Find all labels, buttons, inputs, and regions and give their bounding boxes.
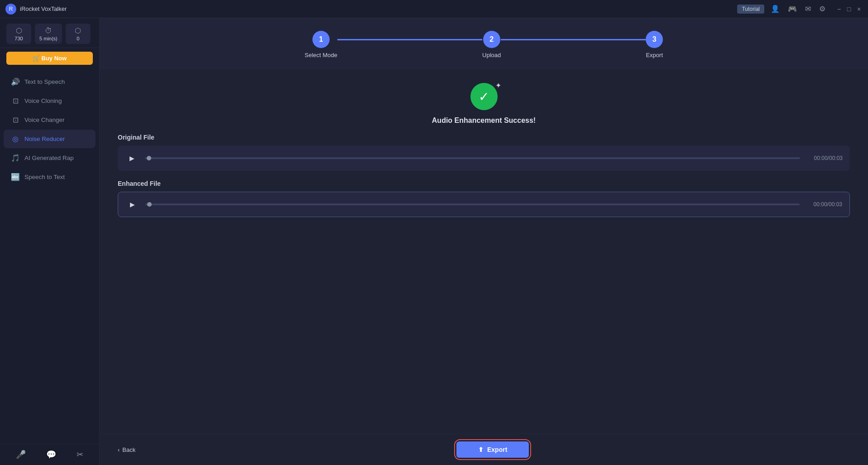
microphone-icon[interactable]: 🎤 [16, 450, 26, 460]
export-button[interactable]: ⬆ Export [456, 441, 529, 458]
step-1-label: Select Mode [305, 52, 337, 58]
back-arrow-icon: ‹ [118, 446, 120, 453]
success-message: Audio Enhancement Success! [432, 116, 536, 125]
sidebar-label-noise-reducer: Noise Reducer [24, 136, 65, 142]
sidebar-item-voice-cloning[interactable]: ⊡ Voice Cloning [4, 92, 96, 110]
minimize-button[interactable]: − [835, 5, 843, 13]
mail-icon[interactable]: ✉ [803, 4, 813, 14]
settings-icon[interactable]: ⚙ [817, 4, 827, 14]
main-layout: ⬡ 730 ⏱ 5 min(s) ⬡ 0 🛒 Buy Now 🔊 Text to… [0, 18, 868, 465]
bottom-bar: ‹ Back ⬆ Export [100, 434, 868, 465]
window-controls: − □ × [835, 5, 863, 13]
step-line-1 [337, 39, 482, 40]
voice-changer-icon: ⊡ [11, 116, 20, 124]
original-play-button[interactable]: ▶ [125, 151, 139, 165]
sidebar: ⬡ 730 ⏱ 5 min(s) ⬡ 0 🛒 Buy Now 🔊 Text to… [0, 18, 100, 465]
step-3-circle: 3 [646, 31, 663, 48]
sidebar-item-text-to-speech[interactable]: 🔊 Text to Speech [4, 73, 96, 91]
enhanced-progress-track[interactable] [145, 203, 800, 205]
step-2: 2 Upload [482, 31, 501, 58]
app-logo: R [5, 4, 16, 15]
enhanced-audio-player: ▶ 00:00/00:03 [118, 192, 850, 217]
maximize-button[interactable]: □ [845, 5, 853, 13]
extra-icon: ⬡ [75, 26, 81, 35]
content-area: 1 Select Mode 2 Upload 3 Export [100, 18, 868, 465]
original-audio-player: ▶ 00:00/00:03 [118, 145, 850, 171]
voice-cloning-icon: ⊡ [11, 97, 20, 105]
step-2-circle: 2 [483, 31, 500, 48]
export-button-highlight: ⬆ Export [456, 441, 529, 458]
success-section: ✓ ✦ Audio Enhancement Success! [118, 69, 850, 134]
extra-stat: ⬡ 0 [66, 24, 91, 44]
app-title: iRocket VoxTalker [20, 5, 67, 12]
speech-to-text-icon: 🔤 [11, 173, 20, 181]
credits-value: 730 [14, 36, 23, 41]
original-progress-dot [147, 156, 151, 160]
sidebar-item-voice-changer[interactable]: ⊡ Voice Changer [4, 111, 96, 129]
time-value: 5 min(s) [39, 36, 58, 41]
time-icon: ⏱ [45, 27, 52, 35]
enhanced-play-button[interactable]: ▶ [125, 198, 139, 211]
step-2-label: Upload [482, 52, 501, 58]
enhanced-file-label: Enhanced File [118, 180, 850, 187]
main-content: ✓ ✦ Audio Enhancement Success! Original … [100, 69, 868, 434]
enhanced-file-section: Enhanced File ▶ 00:00/00:03 [118, 180, 850, 217]
noise-reducer-icon: ◎ [11, 135, 20, 143]
enhanced-time-display: 00:00/00:03 [806, 201, 842, 208]
sparkle-icon: ✦ [495, 81, 501, 90]
sidebar-stats: ⬡ 730 ⏱ 5 min(s) ⬡ 0 [0, 18, 99, 48]
original-file-section: Original File ▶ 00:00/00:03 [118, 134, 850, 171]
step-3-label: Export [646, 52, 663, 58]
chat-icon[interactable]: 💬 [46, 450, 56, 460]
extra-value: 0 [77, 36, 79, 41]
sidebar-item-speech-to-text[interactable]: 🔤 Speech to Text [4, 168, 96, 186]
success-circle: ✓ [470, 83, 498, 110]
sidebar-label-voice-changer: Voice Changer [24, 116, 65, 123]
original-file-label: Original File [118, 134, 850, 141]
titlebar: R iRocket VoxTalker Tutorial 👤 🎮 ✉ ⚙ − □… [0, 0, 868, 18]
step-1: 1 Select Mode [305, 31, 337, 58]
sidebar-label-speech-to-text: Speech to Text [24, 174, 65, 180]
back-label: Back [122, 446, 135, 453]
tutorial-button[interactable]: Tutorial [737, 5, 764, 14]
original-time-display: 00:00/00:03 [806, 155, 843, 161]
step-progress: 1 Select Mode 2 Upload 3 Export [100, 18, 868, 69]
text-to-speech-icon: 🔊 [11, 78, 20, 86]
sidebar-nav: 🔊 Text to Speech ⊡ Voice Cloning ⊡ Voice… [0, 68, 99, 444]
game-icon[interactable]: 🎮 [786, 4, 799, 14]
sidebar-item-noise-reducer[interactable]: ◎ Noise Reducer [4, 130, 96, 148]
user-icon[interactable]: 👤 [769, 4, 782, 14]
export-label: Export [487, 446, 507, 453]
sidebar-label-ai-generated-rap: AI Generated Rap [24, 155, 74, 161]
credits-icon: ⬡ [16, 26, 22, 35]
close-button[interactable]: × [855, 5, 863, 13]
sidebar-label-voice-cloning: Voice Cloning [24, 97, 62, 104]
step-1-circle: 1 [312, 31, 330, 48]
ai-rap-icon: 🎵 [11, 154, 20, 162]
original-progress-track[interactable] [145, 157, 800, 159]
sidebar-bottom: 🎤 💬 ✂ [0, 444, 99, 465]
titlebar-right: Tutorial 👤 🎮 ✉ ⚙ − □ × [737, 4, 863, 14]
scissors-icon[interactable]: ✂ [77, 450, 83, 460]
step-3: 3 Export [646, 31, 663, 58]
sidebar-label-text-to-speech: Text to Speech [24, 78, 65, 85]
time-stat: ⏱ 5 min(s) [35, 24, 62, 44]
sidebar-item-ai-generated-rap[interactable]: 🎵 AI Generated Rap [4, 149, 96, 167]
back-button[interactable]: ‹ Back [118, 446, 135, 453]
export-icon: ⬆ [478, 446, 484, 453]
credits-stat: ⬡ 730 [6, 24, 31, 44]
step-line-2 [501, 39, 646, 40]
buy-now-button[interactable]: 🛒 Buy Now [6, 52, 93, 65]
success-icon-wrap: ✓ ✦ [470, 83, 498, 110]
enhanced-progress-dot [147, 202, 152, 207]
step-wrapper: 1 Select Mode 2 Upload 3 Export [305, 31, 663, 58]
